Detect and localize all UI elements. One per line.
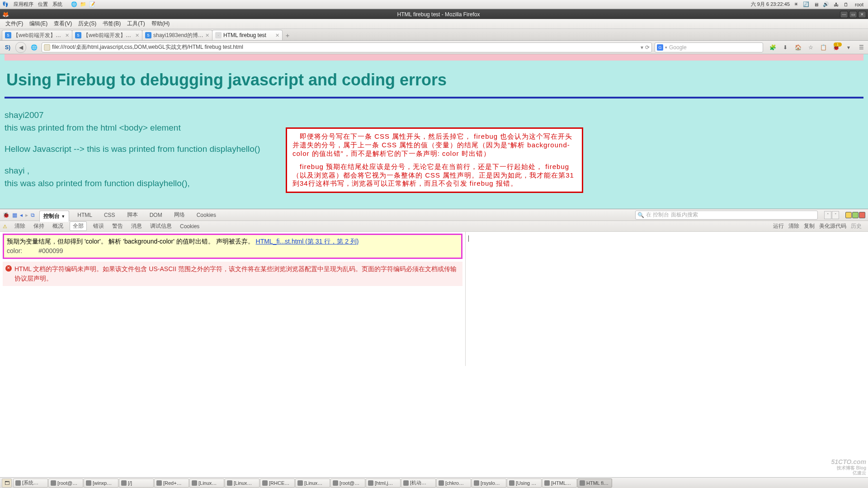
console-filter-info[interactable]: 消息	[129, 221, 144, 231]
menu-places[interactable]: 位置	[38, 1, 48, 8]
taskbar-item[interactable]: [Linux…	[295, 479, 330, 488]
console-filter-error[interactable]: 错误	[91, 221, 106, 231]
firebug-close-button[interactable]	[859, 212, 865, 218]
firebug-search-input[interactable]: 🔍 在 控制台 面板内搜索	[635, 211, 818, 220]
taskbar-item[interactable]: [RHCE…	[260, 479, 295, 488]
update-icon[interactable]: 🔄	[802, 1, 810, 8]
taskbar-item[interactable]: [root@…	[330, 479, 365, 488]
reader-icon[interactable]: 📋	[819, 44, 827, 51]
firebug-forward-icon[interactable]: ▸	[25, 212, 28, 218]
launcher-icon-2[interactable]: 📁	[80, 1, 87, 8]
menu-system[interactable]: 系统	[52, 1, 62, 8]
display-icon[interactable]: 🖥	[812, 1, 820, 8]
css-warning-entry[interactable]: 预期为变量结尾，但却得到 'color'。 解析 'background-col…	[3, 234, 462, 259]
console-filter-cookies[interactable]: Cookies	[178, 222, 201, 230]
home-icon[interactable]: 🏠	[794, 44, 802, 51]
firebug-toolbar-icon[interactable]: 🐞1	[832, 44, 840, 51]
menu-dropdown-icon[interactable]: ▾	[844, 44, 853, 51]
dropdown-icon[interactable]: ▾	[641, 44, 643, 51]
search-input[interactable]: G ▾ Google	[655, 42, 763, 52]
show-desktop-button[interactable]: 🗔	[2, 479, 12, 488]
taskbar-item[interactable]: [系统…	[13, 479, 48, 488]
console-overview-button[interactable]: 概况	[51, 221, 65, 231]
battery-icon[interactable]: 🗒	[842, 1, 849, 8]
cmd-clear-button[interactable]: 清除	[788, 222, 799, 230]
taskbar-item[interactable]: [Using …	[507, 479, 542, 488]
menu-applications[interactable]: 应用程序	[14, 1, 33, 8]
taskbar-item[interactable]: [Red+…	[154, 479, 189, 488]
taskbar-item[interactable]: [rsyslo…	[472, 479, 506, 488]
warning-source-link[interactable]: HTML_fi...st.html (第 31 行，第 2 列)	[256, 238, 359, 245]
taskbar-item[interactable]: [root@…	[48, 479, 83, 488]
firebug-search-prev-icon[interactable]: ˄	[824, 211, 831, 219]
launcher-icon-3[interactable]: 📝	[89, 1, 96, 8]
reload-icon[interactable]: ⟳	[645, 44, 650, 51]
warning-indicator-icon[interactable]: ⚠	[3, 224, 8, 229]
tab-close-icon[interactable]: ✕	[135, 33, 139, 38]
firebug-tab-script[interactable]: 脚本	[123, 210, 142, 220]
firebug-detach-button[interactable]	[852, 212, 859, 218]
menu-file[interactable]: 文件(F)	[3, 19, 26, 28]
user-label[interactable]: root	[855, 2, 863, 7]
window-maximize-button[interactable]: ▭	[849, 11, 857, 18]
browser-tab-0[interactable]: 5 【web前端开发】浏览… ✕	[2, 30, 72, 40]
firebug-search-next-icon[interactable]: ˅	[832, 211, 839, 219]
cmd-beautify-button[interactable]: 美化源代码	[819, 222, 846, 230]
cmd-copy-button[interactable]: 复制	[804, 222, 815, 230]
firebug-tab-dom[interactable]: DOM	[146, 211, 166, 220]
browser-tab-2[interactable]: 5 shayi1983end的博客管… ✕	[142, 30, 212, 40]
firebug-tab-console[interactable]: 控制台 ▼	[39, 211, 69, 222]
console-filter-debug[interactable]: 调试信息	[148, 221, 174, 231]
taskbar-item[interactable]: [/]	[119, 479, 154, 488]
taskbar-item[interactable]: [html,j…	[366, 479, 401, 488]
browser-tab-3[interactable]: · HTML firebug test ✕	[212, 30, 283, 40]
tab-close-icon[interactable]: ✕	[65, 33, 69, 38]
tab-close-icon[interactable]: ✕	[275, 33, 279, 38]
taskbar-item[interactable]: [winxp…	[84, 479, 118, 488]
volume-icon[interactable]: 🔊	[822, 1, 830, 8]
console-filter-all[interactable]: 全部	[70, 221, 87, 231]
back-button[interactable]: ◀	[15, 42, 26, 53]
window-minimize-button[interactable]: —	[840, 11, 848, 18]
firebug-cli-icon[interactable]: ⧉	[31, 212, 35, 218]
firebug-back-icon[interactable]: ◂	[20, 212, 23, 218]
menu-edit[interactable]: 编辑(E)	[27, 19, 50, 28]
console-filter-warn[interactable]: 警告	[110, 221, 125, 231]
page-identity-icon[interactable]: 🌐	[29, 42, 39, 52]
window-close-button[interactable]: ✕	[858, 11, 866, 18]
firebug-command-editor[interactable]	[466, 232, 868, 366]
weather-icon[interactable]: ☀	[793, 1, 800, 8]
taskbar-item[interactable]: [机动…	[401, 479, 436, 488]
console-keep-button[interactable]: 保持	[32, 221, 46, 231]
firebug-tab-cookies[interactable]: Cookies	[193, 211, 220, 220]
firebug-minimize-button[interactable]	[845, 212, 852, 218]
console-clear-button[interactable]: 清除	[13, 221, 27, 231]
taskbar-item[interactable]: [Linux…	[189, 479, 224, 488]
firebug-bug-icon[interactable]: 🐞	[3, 212, 9, 218]
menu-history[interactable]: 历史(S)	[75, 19, 99, 28]
cmd-history-button[interactable]: 历史	[851, 222, 862, 230]
firebug-tab-net[interactable]: 网络	[170, 210, 189, 220]
firebug-inspect-icon[interactable]: ▦	[12, 212, 17, 218]
launcher-icon-1[interactable]: 🌐	[71, 1, 78, 8]
firebug-tab-css[interactable]: CSS	[100, 211, 119, 220]
new-tab-button[interactable]: ＋	[282, 31, 293, 40]
tab-close-icon[interactable]: ✕	[205, 33, 209, 38]
cmd-run-button[interactable]: 运行	[773, 222, 784, 230]
clock-text[interactable]: 六 9月 6 23:22:45	[751, 1, 790, 8]
menu-view[interactable]: 查看(V)	[51, 19, 75, 28]
brick-icon[interactable]: 🧩	[769, 44, 777, 51]
firebug-tab-html[interactable]: HTML	[74, 211, 96, 220]
bookmark-star-icon[interactable]: ☆	[807, 44, 815, 51]
search-dropdown-icon[interactable]: ▾	[665, 45, 667, 50]
taskbar-item[interactable]: [HTML…	[542, 479, 577, 488]
taskbar-item[interactable]: [chkro…	[436, 479, 471, 488]
network-icon[interactable]: 🖧	[832, 1, 840, 8]
taskbar-item[interactable]: [Linux…	[225, 479, 259, 488]
url-input[interactable]: file:///root/桌面/html,javascript,css,DOM,…	[42, 42, 652, 52]
browser-tab-1[interactable]: 5 【web前端开发】浏览… ✕	[72, 30, 142, 40]
hamburger-menu-icon[interactable]: ☰	[857, 44, 865, 51]
html-encoding-error-entry[interactable]: ✕ HTML 文档的字符编码未声明。如果该文件包含 US-ASCII 范围之外的…	[3, 262, 462, 286]
taskbar-item[interactable]: HTML fi…	[577, 479, 612, 488]
menu-bookmarks[interactable]: 书签(B)	[100, 19, 123, 28]
